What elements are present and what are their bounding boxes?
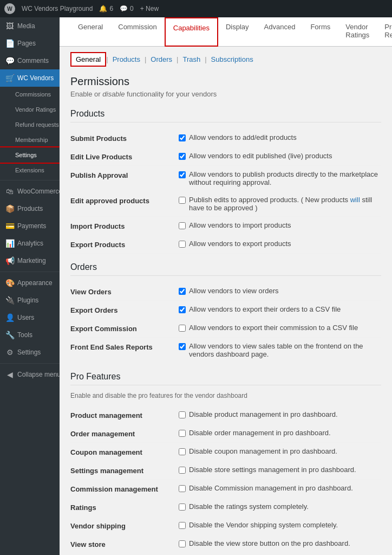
sub-tab-products[interactable]: Products xyxy=(108,53,145,66)
checkbox-label-front-end-sales-reports[interactable]: Allow vendors to view sales table on the… xyxy=(179,342,381,358)
tab-display[interactable]: Display xyxy=(218,17,257,46)
label-import-products: Import Products xyxy=(70,221,179,230)
checkbox-export-products[interactable] xyxy=(179,241,186,248)
tools-icon: 🔧 xyxy=(5,331,14,339)
checkbox-view-store[interactable] xyxy=(179,540,186,547)
control-export-products: Allow vendors to export products xyxy=(179,240,381,248)
checkbox-label-vendor-shipping[interactable]: Disable the Vendor shipping system compl… xyxy=(179,521,338,529)
checkbox-product-management[interactable] xyxy=(179,411,186,418)
checkbox-label-import-products[interactable]: Allow vendors to import products xyxy=(179,221,291,229)
sidebar-item-tools[interactable]: 🔧 Tools xyxy=(0,326,60,344)
row-vendor-shipping: Vendor shipping Disable the Vendor shipp… xyxy=(70,517,381,535)
checkbox-vendor-shipping[interactable] xyxy=(179,522,186,529)
woocommerce-icon: 🛍 xyxy=(5,187,14,196)
sub-tab-general[interactable]: General xyxy=(70,52,106,67)
sidebar-item-payments[interactable]: 💳 Payments xyxy=(0,217,60,235)
admin-bar: W WC Vendors Playground 🔔 6 💬 0 + New xyxy=(0,0,392,17)
marketing-icon: 📢 xyxy=(5,256,14,265)
checkbox-label-edit-approved-products[interactable]: Publish edits to approved products. ( Ne… xyxy=(179,196,381,212)
sidebar-item-settings-main[interactable]: ⚙ Settings xyxy=(0,344,60,361)
tab-vendor-ratings[interactable]: Vendor Ratings xyxy=(338,17,377,46)
checkbox-front-end-sales-reports[interactable] xyxy=(179,343,186,350)
settings-content: Permissions Enable or disable functional… xyxy=(60,67,392,555)
tab-product-reports[interactable]: Product Reports xyxy=(377,17,392,46)
checkbox-label-settings-management[interactable]: Disable store settings management in pro… xyxy=(179,466,356,474)
label-order-management: Order management xyxy=(70,429,179,438)
sidebar-item-wc-vendors[interactable]: 🛒 WC Vendors xyxy=(0,69,60,87)
new-button[interactable]: + New xyxy=(140,5,159,12)
sidebar-item-products[interactable]: 📦 Products xyxy=(0,200,60,217)
row-export-orders: Export Orders Allow vendors to export th… xyxy=(70,301,381,319)
sidebar-item-settings[interactable]: Settings xyxy=(0,147,60,163)
products-icon: 📦 xyxy=(5,204,14,213)
checkbox-commission-management[interactable] xyxy=(179,485,186,492)
sidebar-item-extensions[interactable]: Extensions xyxy=(0,163,60,178)
tab-commission[interactable]: Commission xyxy=(110,17,165,46)
sidebar-item-vendor-ratings[interactable]: Vendor Ratings xyxy=(0,102,60,117)
collapse-icon: ◀ xyxy=(5,370,14,379)
checkbox-export-commission[interactable] xyxy=(179,325,186,332)
checkbox-publish-approval[interactable] xyxy=(179,171,186,178)
checkbox-order-management[interactable] xyxy=(179,430,186,437)
sub-tab-orders[interactable]: Orders xyxy=(146,53,177,66)
checkbox-import-products[interactable] xyxy=(179,222,186,229)
checkbox-view-orders[interactable] xyxy=(179,288,186,295)
label-view-orders: View Orders xyxy=(70,287,179,296)
checkbox-edit-live-products[interactable] xyxy=(179,153,186,160)
site-name[interactable]: WC Vendors Playground xyxy=(22,5,93,12)
sub-tab-subscriptions[interactable]: Subscriptions xyxy=(207,53,258,66)
checkbox-coupon-management[interactable] xyxy=(179,448,186,455)
checkbox-label-view-store[interactable]: Disable the view store button on the pro… xyxy=(179,539,350,547)
sub-tab-trash[interactable]: Trash xyxy=(178,53,205,66)
sidebar-item-marketing[interactable]: 📢 Marketing xyxy=(0,252,60,269)
checkbox-label-export-products[interactable]: Allow vendors to export products xyxy=(179,240,291,248)
label-export-products: Export Products xyxy=(70,240,179,249)
tab-general[interactable]: General xyxy=(70,17,110,46)
comments-count[interactable]: 💬 0 xyxy=(120,5,134,12)
permissions-title: Permissions xyxy=(70,75,381,88)
sidebar-item-pages[interactable]: 📄 Pages xyxy=(0,35,60,52)
checkbox-ratings[interactable] xyxy=(179,504,186,511)
checkbox-label-publish-approval[interactable]: Allow vendors to publish products direct… xyxy=(179,170,381,186)
sidebar-item-woocommerce[interactable]: 🛍 WooCommerce xyxy=(0,183,60,200)
label-vendor-shipping: Vendor shipping xyxy=(70,521,179,530)
sidebar-item-comments[interactable]: 💬 Comments xyxy=(0,52,60,69)
tab-forms[interactable]: Forms xyxy=(303,17,338,46)
control-view-store: Disable the view store button on the pro… xyxy=(179,539,381,547)
checkbox-label-export-commission[interactable]: Allow vendors to export their commission… xyxy=(179,324,358,332)
row-view-store: View store Disable the view store button… xyxy=(70,535,381,553)
checkbox-export-orders[interactable] xyxy=(179,306,186,313)
control-coupon-management: Disable coupon management in pro dashboa… xyxy=(179,447,381,455)
sidebar-item-membership[interactable]: Membership xyxy=(0,132,60,147)
checkbox-label-product-management[interactable]: Disable product management in pro dashbo… xyxy=(179,410,338,418)
checkbox-label-edit-live-products[interactable]: Allow vendors to edit published (live) p… xyxy=(179,152,332,160)
checkbox-label-ratings[interactable]: Disable the ratings system completely. xyxy=(179,502,309,511)
tab-capabilities[interactable]: Capabilities xyxy=(165,17,218,47)
checkbox-edit-approved-products[interactable] xyxy=(179,197,186,204)
checkbox-label-order-management[interactable]: Disable order management in pro dashboar… xyxy=(179,429,331,437)
label-product-management: Product management xyxy=(70,410,179,420)
checkbox-label-commission-management[interactable]: Disable Commission management in pro das… xyxy=(179,484,353,492)
control-export-commission: Allow vendors to export their commission… xyxy=(179,324,381,332)
sidebar-collapse-menu[interactable]: ◀ Collapse menu xyxy=(0,366,60,383)
sidebar-item-refund-requests[interactable]: Refund requests xyxy=(0,117,60,132)
checkbox-settings-management[interactable] xyxy=(179,467,186,474)
sidebar-item-users[interactable]: 👤 Users xyxy=(0,309,60,326)
checkbox-label-coupon-management[interactable]: Disable coupon management in pro dashboa… xyxy=(179,447,337,455)
checkbox-label-view-orders[interactable]: Allow vendors to view orders xyxy=(179,287,278,295)
sidebar-item-analytics[interactable]: 📊 Analytics xyxy=(0,235,60,252)
checkbox-submit-products[interactable] xyxy=(179,134,186,141)
label-settings-management: Settings management xyxy=(70,466,179,475)
sidebar-item-media[interactable]: 🖼 Media xyxy=(0,17,60,35)
tab-advanced[interactable]: Advanced xyxy=(257,17,303,46)
sidebar-item-commissions[interactable]: Commissions xyxy=(0,87,60,102)
sidebar-item-appearance[interactable]: 🎨 Appearance xyxy=(0,274,60,292)
control-edit-approved-products: Publish edits to approved products. ( Ne… xyxy=(179,196,381,212)
label-ratings: Ratings xyxy=(70,502,179,512)
checkbox-label-submit-products[interactable]: Allow vendors to add/edit products xyxy=(179,133,297,141)
row-submit-products: Submit Products Allow vendors to add/edi… xyxy=(70,129,381,147)
checkbox-label-export-orders[interactable]: Allow vendors to export their orders to … xyxy=(179,305,341,313)
sidebar-item-plugins[interactable]: 🔌 Plugins xyxy=(0,292,60,309)
updates-count[interactable]: 🔔 6 xyxy=(99,5,113,12)
row-product-management: Product management Disable product manag… xyxy=(70,406,381,424)
